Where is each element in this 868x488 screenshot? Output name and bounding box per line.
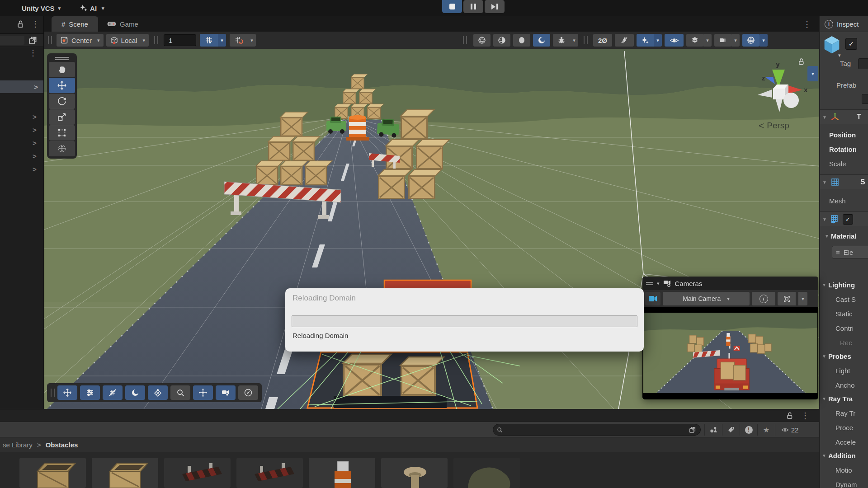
- play-button[interactable]: [442, 0, 462, 13]
- debug-draw-button[interactable]: [553, 34, 570, 47]
- transform-component-header[interactable]: ▼ T: [820, 110, 868, 124]
- raytracing-section-label[interactable]: Ray Tra: [828, 395, 853, 403]
- drag-handle-icon[interactable]: [48, 36, 52, 44]
- shading-shaded-wire-button[interactable]: [493, 34, 510, 47]
- asset-thumbnail-bollard[interactable]: [381, 458, 448, 488]
- camera-select-dropdown[interactable]: Main Camera ▾: [663, 292, 750, 305]
- asset-thumbnail-crate[interactable]: [92, 458, 158, 488]
- alert-filter-button[interactable]: !: [740, 424, 757, 436]
- chevron-down-icon[interactable]: ▾: [657, 281, 660, 286]
- overlay-drag-handle-icon[interactable]: [646, 282, 653, 285]
- expand-chevron-icon[interactable]: >: [33, 123, 37, 136]
- camera-display-button[interactable]: [645, 292, 660, 305]
- foldout-icon[interactable]: ▼: [822, 115, 827, 120]
- expand-chevron-icon[interactable]: >: [33, 136, 37, 150]
- lighting-section-label[interactable]: Lighting: [828, 281, 855, 289]
- asset-thumbnail-crate[interactable]: [19, 458, 86, 488]
- lock-open-icon[interactable]: [16, 20, 25, 28]
- grid-visibility-dropdown[interactable]: ▾: [218, 34, 226, 47]
- camera-frame-button[interactable]: [778, 292, 796, 305]
- foldout-icon[interactable]: ▼: [822, 180, 827, 185]
- drag-handle-icon[interactable]: [584, 36, 588, 44]
- inspector-tab[interactable]: i Inspect: [820, 16, 868, 32]
- asset-thumbnail-barrier[interactable]: [164, 458, 231, 488]
- effects-button[interactable]: [637, 34, 654, 47]
- grid-visibility-button[interactable]: Y: [200, 34, 218, 47]
- foldout-icon[interactable]: ▼: [822, 396, 826, 401]
- search-field[interactable]: [493, 424, 701, 436]
- hierarchy-selected-row[interactable]: >: [0, 80, 43, 93]
- pivot-overlay-button[interactable]: [193, 385, 213, 400]
- breadcrumb-root[interactable]: se Library: [3, 441, 33, 449]
- foldout-icon[interactable]: ▼: [822, 282, 826, 287]
- move-overlay-button[interactable]: [57, 385, 77, 400]
- asset-thumbnail-barrier[interactable]: [236, 458, 303, 488]
- active-checkbox[interactable]: ✓: [845, 38, 857, 50]
- snap-increment-dropdown[interactable]: ▾: [248, 34, 256, 47]
- asset-thumbnail-traffic-cone[interactable]: [309, 458, 375, 488]
- unity-vcs-menu[interactable]: Unity VCS ▾: [22, 5, 61, 12]
- debug-draw-dropdown[interactable]: ▾: [570, 34, 578, 47]
- step-button[interactable]: [485, 0, 505, 13]
- panel-menu-icon[interactable]: ⋮: [29, 48, 37, 58]
- audio-mute-button[interactable]: [615, 34, 634, 47]
- gizmo-lock-open-icon[interactable]: [797, 58, 805, 66]
- gizmos-button[interactable]: [742, 34, 760, 47]
- lock-open-icon[interactable]: [786, 412, 794, 420]
- filter-by-type-button[interactable]: [704, 424, 722, 436]
- cameras-overlay-header[interactable]: ▾ Cameras: [642, 277, 818, 290]
- expand-chevron-icon[interactable]: >: [34, 83, 38, 91]
- tag-dropdown[interactable]: [858, 58, 868, 69]
- asset-thumbnail-rock[interactable]: [453, 458, 520, 488]
- favorites-button[interactable]: ★: [757, 424, 775, 436]
- mesh-filter-component-header[interactable]: ▼ S: [820, 175, 868, 189]
- expand-chevron-icon[interactable]: >: [33, 110, 37, 123]
- additional-settings-label[interactable]: Addition: [828, 452, 856, 460]
- foldout-icon[interactable]: ▼: [822, 453, 826, 458]
- tab-scene[interactable]: # Scene: [52, 16, 98, 32]
- grid-snap-size-field[interactable]: 1: [164, 34, 196, 46]
- expand-chevron-icon[interactable]: >: [33, 150, 37, 163]
- transform-tool[interactable]: [49, 141, 75, 156]
- shading-wireframe-button[interactable]: [473, 34, 491, 47]
- probes-overlay-button[interactable]: [148, 385, 168, 400]
- scale-tool[interactable]: [49, 109, 75, 125]
- move-tool[interactable]: [49, 78, 75, 93]
- renderer-checkbox[interactable]: ✓: [843, 214, 853, 225]
- pause-button[interactable]: [463, 0, 483, 13]
- scene-visibility-button[interactable]: [665, 34, 684, 47]
- effects-dropdown[interactable]: ▾: [654, 34, 662, 47]
- ai-menu[interactable]: AI ▾: [80, 4, 104, 12]
- drag-handle-icon[interactable]: ≡: [836, 249, 840, 256]
- foldout-icon[interactable]: ▼: [822, 354, 826, 359]
- camera-info-button[interactable]: i: [752, 292, 775, 305]
- mesh-renderer-component-header[interactable]: ▼ ✓ M: [820, 212, 868, 226]
- filter-by-label-button[interactable]: [722, 424, 740, 436]
- lighting-overlay-button[interactable]: [125, 385, 145, 400]
- rect-tool[interactable]: [49, 125, 75, 141]
- drag-handle-icon[interactable]: [51, 389, 55, 397]
- camera-settings-button[interactable]: [714, 34, 731, 47]
- tab-game[interactable]: Game: [98, 16, 147, 32]
- search-popout-icon[interactable]: [689, 426, 697, 434]
- scene-gizmo[interactable]: y z x: [747, 57, 815, 125]
- pivot-mode-dropdown[interactable]: Center ▾: [57, 34, 104, 47]
- prefab-action-stub[interactable]: [862, 94, 868, 104]
- overlay-collapsed-dropdown[interactable]: ▾: [807, 66, 818, 81]
- grid-snap-overlay-button[interactable]: [103, 385, 123, 400]
- compass-overlay-button[interactable]: [238, 385, 258, 400]
- popout-icon[interactable]: [28, 35, 38, 45]
- perspective-label[interactable]: < Persp: [759, 120, 789, 131]
- panel-menu-icon[interactable]: ⋮: [801, 411, 809, 421]
- view-hand-tool[interactable]: [49, 62, 75, 77]
- rotate-tool[interactable]: [49, 94, 75, 109]
- search-overlay-button[interactable]: [170, 385, 190, 400]
- tab-bar-menu-icon[interactable]: ⋮: [803, 19, 811, 29]
- search-input[interactable]: [505, 426, 686, 434]
- material-element-row[interactable]: ≡ Ele: [832, 246, 868, 258]
- visibility-count[interactable]: 22: [775, 424, 804, 436]
- sliders-overlay-button[interactable]: [80, 385, 100, 400]
- panel-menu-icon[interactable]: ⋮: [31, 19, 39, 29]
- lighting-toggle-button[interactable]: [533, 34, 550, 47]
- overlay-drag-handle[interactable]: [49, 55, 75, 61]
